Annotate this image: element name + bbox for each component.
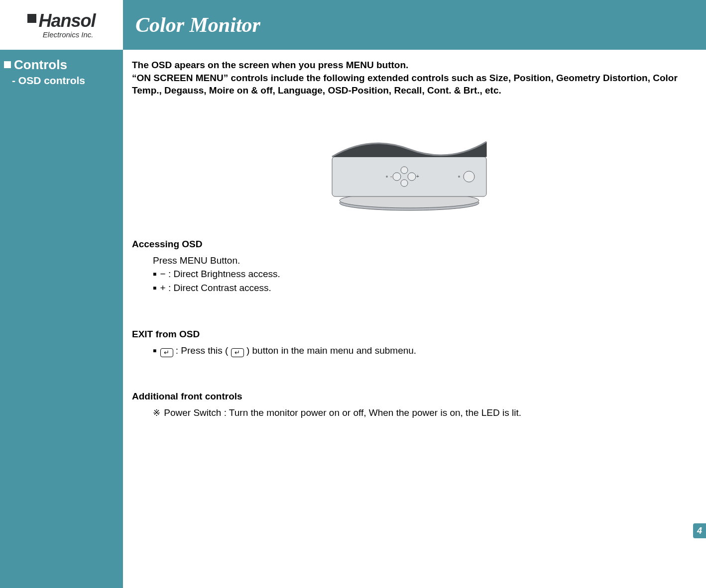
plus-symbol: + bbox=[160, 283, 166, 293]
intro-text: The OSD apears on the screen when you pr… bbox=[132, 59, 686, 97]
page-title: Color Monitor bbox=[135, 13, 260, 37]
accessing-line3-text: : Direct Contrast access. bbox=[166, 283, 271, 293]
exit-line1a: : Press this ( bbox=[173, 345, 231, 356]
additional-line1: ※ Power Switch : Turn the monitor power … bbox=[153, 406, 686, 420]
additional-line1-text: Power Switch : Turn the monitor power on… bbox=[161, 407, 521, 418]
logo-box: Hansol Electronics Inc. bbox=[0, 0, 123, 50]
svg-point-9 bbox=[386, 176, 388, 178]
square-bullet-icon bbox=[4, 61, 11, 68]
enter-key-icon-2 bbox=[231, 348, 244, 357]
page-number-tab: 4 bbox=[693, 523, 706, 538]
enter-key-icon bbox=[160, 348, 173, 357]
main-content: The OSD apears on the screen when you pr… bbox=[132, 59, 686, 420]
accessing-line3: ■ + : Direct Contrast access. bbox=[153, 281, 686, 295]
svg-point-4 bbox=[408, 173, 416, 181]
logo-subtitle: Electronics Inc. bbox=[27, 31, 95, 38]
section-exit-osd-title: EXIT from OSD bbox=[132, 329, 686, 340]
reference-mark-icon: ※ bbox=[153, 408, 160, 418]
sidebar bbox=[0, 0, 123, 588]
minus-symbol: − bbox=[160, 269, 166, 279]
title-bar: Color Monitor bbox=[123, 0, 706, 50]
svg-point-11 bbox=[464, 171, 474, 182]
exit-line1b: ) button in the main menu and submenu. bbox=[244, 345, 416, 356]
svg-text:-: - bbox=[390, 174, 392, 179]
accessing-line1: Press MENU Button. bbox=[153, 254, 686, 268]
svg-text:+: + bbox=[416, 174, 419, 179]
svg-point-3 bbox=[393, 173, 401, 181]
intro-line2: “ON SCREEN MENU” controls include the fo… bbox=[132, 73, 678, 96]
section-additional-title: Additional front controls bbox=[132, 391, 686, 402]
accessing-line2-text: : Direct Brightness access. bbox=[166, 269, 280, 279]
intro-line1: The OSD apears on the screen when you pr… bbox=[132, 60, 408, 70]
section-exit-osd-body: ■ : Press this ( ) button in the main me… bbox=[153, 344, 686, 358]
logo-brand: Hansol bbox=[27, 12, 95, 30]
section-accessing-osd-body: Press MENU Button. ■ − : Direct Brightne… bbox=[153, 254, 686, 295]
sidebar-subsection-osd: - OSD controls bbox=[12, 75, 85, 87]
sidebar-section-controls: Controls bbox=[4, 57, 85, 73]
logo-square-icon bbox=[27, 14, 36, 23]
svg-point-5 bbox=[401, 167, 408, 174]
section-additional-body: ※ Power Switch : Turn the monitor power … bbox=[153, 406, 686, 420]
section-accessing-osd-title: Accessing OSD bbox=[132, 239, 686, 250]
monitor-illustration: - + bbox=[310, 129, 509, 211]
logo-brand-text: Hansol bbox=[38, 10, 95, 31]
svg-point-10 bbox=[458, 176, 460, 178]
exit-line1: ■ : Press this ( ) button in the main me… bbox=[153, 344, 686, 358]
svg-point-6 bbox=[401, 180, 408, 187]
sidebar-section-label: Controls bbox=[14, 57, 67, 72]
accessing-line2: ■ − : Direct Brightness access. bbox=[153, 267, 686, 281]
sidebar-nav: Controls - OSD controls bbox=[4, 57, 85, 87]
